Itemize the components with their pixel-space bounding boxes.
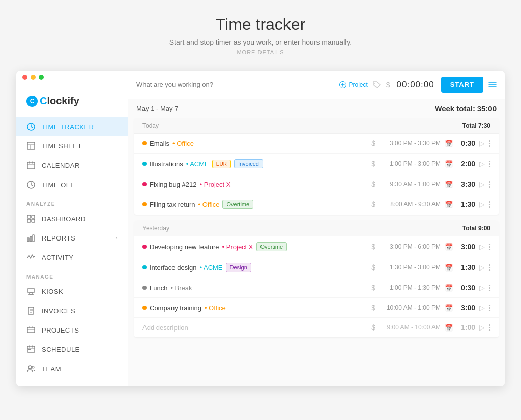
sidebar-label-invoices: INVOICES bbox=[42, 307, 75, 315]
entry-project: • Office bbox=[172, 140, 194, 147]
page-subtitle: Start and stop timer as you work, or ent… bbox=[169, 38, 352, 46]
sidebar-label-projects: PROJECTS bbox=[42, 326, 79, 334]
plus-circle-icon bbox=[339, 81, 346, 88]
more-menu-button[interactable] bbox=[489, 305, 490, 311]
more-menu-button[interactable] bbox=[489, 324, 490, 331]
play-button[interactable]: ▷ bbox=[479, 180, 485, 188]
entry-duration: 0:30 bbox=[457, 284, 475, 292]
sidebar-item-schedule[interactable]: SCHEDULE bbox=[16, 340, 128, 359]
add-project-button[interactable]: Project bbox=[339, 81, 367, 88]
svg-rect-14 bbox=[30, 236, 32, 242]
sidebar-wrapper: C Clockify TIME TRACKER bbox=[16, 71, 128, 386]
calendar-entry-icon: 📅 bbox=[445, 243, 453, 251]
entry-duration: 2:00 bbox=[457, 160, 475, 168]
play-button[interactable]: ▷ bbox=[479, 200, 485, 208]
overtime-badge: Overtime bbox=[222, 200, 253, 209]
more-menu-button[interactable] bbox=[489, 181, 490, 188]
play-button[interactable]: ▷ bbox=[479, 160, 485, 168]
projects-icon bbox=[26, 325, 36, 335]
timer-description-input[interactable] bbox=[136, 81, 334, 88]
dollar-icon: $ bbox=[371, 243, 375, 251]
entry-time-range: 1:00 PM - 3:00 PM bbox=[380, 160, 441, 167]
sidebar-label-time-off: TIME OFF bbox=[42, 181, 75, 189]
svg-point-32 bbox=[32, 366, 34, 368]
calendar-entry-icon: 📅 bbox=[445, 201, 453, 208]
sidebar-item-reports[interactable]: REPORTS › bbox=[16, 228, 128, 248]
team-icon bbox=[26, 364, 36, 373]
entry-time-range: 10:00 AM - 1:00 PM bbox=[380, 304, 441, 311]
more-menu-button[interactable] bbox=[489, 264, 490, 271]
table-row: Interface design • ACME Design $ 1:30 PM… bbox=[134, 257, 499, 278]
more-menu-button[interactable] bbox=[489, 285, 490, 291]
timer-mode-icon[interactable] bbox=[488, 81, 497, 88]
play-button[interactable]: ▷ bbox=[479, 304, 485, 312]
sidebar-label-calendar: CALENDAR bbox=[42, 162, 80, 169]
sidebar-item-invoices[interactable]: INVOICES bbox=[16, 301, 128, 320]
dollar-icon: $ bbox=[371, 160, 375, 168]
yesterday-total: Total 9:00 bbox=[462, 225, 490, 232]
sidebar-item-time-off[interactable]: TIME OFF bbox=[16, 175, 128, 194]
play-button[interactable]: ▷ bbox=[479, 323, 485, 332]
more-menu-button[interactable] bbox=[489, 161, 490, 167]
app-container: C Clockify TIME TRACKER bbox=[16, 71, 505, 386]
table-row: Developing new feature • Project X Overt… bbox=[134, 236, 499, 257]
yesterday-total-value: 9:00 bbox=[478, 225, 490, 232]
start-button[interactable]: START bbox=[441, 77, 483, 93]
calendar-entry-icon: 📅 bbox=[445, 284, 453, 292]
entry-description: Company training • Office bbox=[142, 304, 367, 312]
today-group: Today Total 7:30 Emails • Office $ 3:00 … bbox=[134, 118, 499, 215]
calendar-entry-icon: 📅 bbox=[445, 140, 453, 147]
table-icon bbox=[26, 141, 36, 151]
entry-project: • Office bbox=[205, 304, 226, 312]
entry-task: Developing new feature bbox=[150, 243, 219, 251]
bar-chart-icon bbox=[26, 233, 36, 243]
sidebar-item-time-tracker[interactable]: TIME TRACKER bbox=[16, 117, 128, 136]
sidebar-item-dashboard[interactable]: DASHBOARD bbox=[16, 209, 128, 228]
svg-rect-12 bbox=[32, 219, 35, 222]
entry-time-range: 1:30 PM - 3:00 PM bbox=[380, 264, 441, 271]
svg-rect-23 bbox=[27, 327, 35, 333]
more-menu-button[interactable] bbox=[489, 201, 490, 208]
schedule-icon bbox=[26, 345, 36, 354]
week-total-value: 35:00 bbox=[477, 104, 497, 113]
yesterday-label: Yesterday bbox=[142, 225, 169, 232]
entry-duration: 3:00 bbox=[457, 243, 475, 251]
sidebar-item-calendar[interactable]: CALENDAR bbox=[16, 156, 128, 175]
sidebar-item-activity[interactable]: ACTIVITY bbox=[16, 248, 128, 267]
entry-duration: 1:00 bbox=[457, 323, 475, 332]
reports-chevron-icon: › bbox=[115, 235, 118, 241]
entry-description: Illustrations • ACME EUR Invoiced bbox=[142, 159, 367, 168]
sidebar-label-reports: REPORTS bbox=[42, 234, 75, 242]
logo-icon: C bbox=[26, 96, 38, 107]
entry-description: Add description bbox=[142, 324, 367, 332]
more-menu-button[interactable] bbox=[489, 244, 490, 250]
entry-time-range: 1:00 PM - 1:30 PM bbox=[380, 284, 441, 291]
entry-description: Emails • Office bbox=[142, 140, 367, 147]
sidebar-item-team[interactable]: TEAM bbox=[16, 359, 128, 378]
sidebar-item-kiosk[interactable]: KIOSK bbox=[16, 282, 128, 301]
sidebar-item-projects[interactable]: PROJECTS bbox=[16, 320, 128, 340]
entry-task: Interface design bbox=[150, 264, 197, 272]
week-total-label: Week total: bbox=[435, 104, 475, 113]
svg-rect-15 bbox=[33, 235, 34, 242]
project-button-label: Project bbox=[349, 81, 367, 88]
today-label: Today bbox=[142, 122, 159, 129]
dollar-icon: $ bbox=[371, 139, 375, 147]
sidebar-label-kiosk: KIOSK bbox=[42, 288, 63, 295]
dollar-icon: $ bbox=[371, 304, 375, 312]
entry-time-range: 9:30 AM - 1:00 PM bbox=[380, 181, 441, 188]
more-menu-button[interactable] bbox=[489, 140, 490, 147]
sidebar-label-activity: ACTIVITY bbox=[42, 254, 74, 261]
sidebar-item-timesheet[interactable]: TIMESHEET bbox=[16, 136, 128, 156]
dollar-icon: $ bbox=[371, 200, 375, 208]
logo-text: Clockify bbox=[40, 95, 79, 107]
play-button[interactable]: ▷ bbox=[479, 243, 485, 251]
play-button[interactable]: ▷ bbox=[479, 139, 485, 147]
play-button[interactable]: ▷ bbox=[479, 284, 485, 292]
manage-section-label: MANAGE bbox=[16, 267, 128, 282]
tag-button[interactable] bbox=[373, 81, 381, 88]
billable-button[interactable]: $ bbox=[386, 81, 390, 89]
calendar-entry-icon: 📅 bbox=[445, 160, 453, 168]
more-details-link[interactable]: MORE DETAILS bbox=[169, 49, 352, 55]
play-button[interactable]: ▷ bbox=[479, 263, 485, 272]
